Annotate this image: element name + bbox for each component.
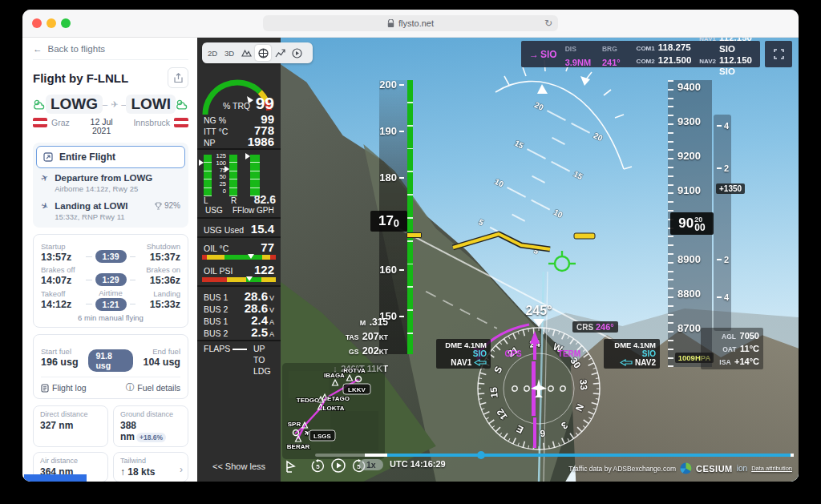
- minimize-window-button[interactable]: [47, 18, 56, 28]
- vsi-readout: +1350: [716, 183, 745, 194]
- entire-flight-label: Entire Flight: [59, 151, 115, 163]
- oil-temp-bar: [202, 255, 276, 260]
- maximize-window-button[interactable]: [61, 18, 71, 28]
- reload-icon[interactable]: ↻: [544, 18, 552, 29]
- svg-text:20: 20: [592, 131, 605, 143]
- svg-text:15: 15: [572, 169, 584, 181]
- instrument-gauge-icon: [258, 48, 269, 58]
- rewind-5-button[interactable]: 5: [311, 459, 325, 476]
- time-value: 13:57z: [41, 252, 83, 263]
- view-2d-button[interactable]: 2D: [204, 45, 220, 61]
- flight-log-icon: [41, 384, 49, 393]
- map-3d-view[interactable]: 2020 1515 1010 55 N36E12: [281, 38, 799, 482]
- view-3d-button[interactable]: 3D: [221, 45, 237, 61]
- entire-flight-selector[interactable]: Entire Flight: [36, 146, 185, 168]
- map-attribution: Traffic data by ADSBexchange.com CESIUM …: [568, 462, 792, 474]
- fuel-used-pill: 91.8 usg: [88, 349, 132, 372]
- timeline-track[interactable]: [315, 454, 794, 457]
- fuel-details-link[interactable]: ⓘ Fuel details: [126, 382, 180, 393]
- fuel-qty-right-pointer: [224, 166, 229, 172]
- show-less-button[interactable]: << Show less: [197, 462, 281, 471]
- entire-flight-icon: [43, 152, 53, 162]
- takeoff-icon: ✈: [39, 172, 51, 185]
- view-toolbar: 2D 3D: [202, 42, 313, 63]
- time-label: Shutdown: [139, 242, 180, 251]
- stat-value: 388 nm: [120, 420, 136, 442]
- url-text: flysto.net: [398, 18, 434, 28]
- fullscreen-button[interactable]: [765, 41, 792, 67]
- stat-label: Ground distance: [120, 410, 181, 418]
- crs-readout: CRS 246°: [572, 321, 618, 333]
- play-button[interactable]: [331, 458, 346, 476]
- roll-pointer: [537, 84, 548, 94]
- replay-view-button[interactable]: [289, 45, 305, 61]
- svg-text:20: 20: [533, 100, 545, 112]
- back-to-flights-link[interactable]: ← Back to flights: [33, 44, 188, 60]
- waypoint-label: IBAGA: [324, 372, 345, 379]
- cut-chart-bar: [24, 474, 87, 482]
- time-row-airtime: Takeoff14:12z Airtime1:21 Landing15:33z: [41, 288, 180, 311]
- heading-pointer: [533, 319, 544, 327]
- dis-value: 3.9NM: [565, 58, 591, 67]
- cesium-wordmark[interactable]: CESIUM: [696, 464, 733, 474]
- austria-flag-arrival: [174, 118, 188, 127]
- route-inset-map[interactable]: ROTVA IBAGA LKKV TEDGO ETAGO LOKTA SPR ✈…: [282, 363, 385, 459]
- oil-temp-value: 77: [261, 240, 274, 254]
- playback-speed-button[interactable]: 1x: [359, 459, 383, 470]
- date-line2: 2021: [91, 127, 113, 135]
- stat-direct-distance: Direct distance 327 nm: [33, 405, 108, 447]
- flight-log-link[interactable]: Flight log: [41, 382, 87, 393]
- instrument-view-button[interactable]: [255, 45, 271, 61]
- back-label: Back to flights: [48, 44, 106, 54]
- info-icon: ⓘ: [126, 382, 135, 393]
- bus-unit: A: [269, 330, 274, 338]
- dme2-box: DME 4.1NM SIO NAV2: [604, 339, 660, 369]
- close-window-button[interactable]: [32, 18, 42, 28]
- oil-psi-pointer: [246, 276, 253, 281]
- segment-departure[interactable]: ✈ Departure from LOWG Airborne 14:12z, R…: [36, 168, 185, 196]
- waypoint-label: ROTVA: [343, 367, 366, 374]
- np-label: NP: [204, 138, 216, 147]
- duration-pill: 1:39: [95, 250, 127, 263]
- traffic-data-credit: Traffic data by ADSBexchange.com: [568, 465, 676, 473]
- segment-subtitle: 15:33z, RNP Rwy 11: [55, 212, 127, 221]
- charts-view-button[interactable]: [272, 45, 288, 61]
- waypoint-label: SPR: [288, 421, 301, 428]
- airspeed-readout: 17 0: [370, 211, 407, 232]
- time-value: 15:33z: [139, 299, 180, 310]
- svg-text:10: 10: [552, 208, 564, 220]
- arrival-airport[interactable]: LOWI: [126, 95, 176, 114]
- departure-airport[interactable]: LOWG: [46, 95, 103, 114]
- svg-text:5: 5: [477, 217, 485, 228]
- stat-value: ↑ 18 kts: [120, 466, 181, 478]
- segment-landing[interactable]: ✈ Landing at LOWI 15:33z, RNP Rwy 11 92%: [36, 196, 185, 224]
- cesium-logo-icon[interactable]: [680, 462, 692, 474]
- url-bar[interactable]: flysto.net ↻: [263, 15, 558, 31]
- data-attribution-link[interactable]: Data attribution: [751, 465, 792, 472]
- utc-clock: UTC 14:16:29: [390, 459, 446, 469]
- trophy-icon: [155, 202, 162, 210]
- fuel-value: 104 usg: [140, 357, 180, 368]
- terrain-flag-button[interactable]: [285, 460, 297, 473]
- svg-text:33: 33: [577, 379, 589, 391]
- time-row-startup: Startup13:57z 1:39 Shutdown15:37z: [41, 242, 180, 263]
- air-data-block: AGL 7050 OAT 11°C ISA +14°C: [701, 328, 763, 369]
- fuel-right-label: R: [231, 196, 237, 205]
- mountain-icon: [241, 49, 252, 57]
- terrain-view-button[interactable]: [238, 45, 254, 61]
- stat-tailwind[interactable]: Tailwind ↑ 18 kts ›: [113, 452, 188, 482]
- cesium-ion-wordmark[interactable]: ion: [737, 464, 747, 473]
- weather-icon-arrival: [176, 99, 188, 110]
- time-label: Takeoff: [41, 289, 83, 298]
- timeline-handle[interactable]: [477, 451, 485, 459]
- departure-city: Graz: [51, 118, 70, 127]
- airtime-label: Airtime: [99, 288, 123, 297]
- weather-icon-departure: [33, 99, 46, 110]
- share-button[interactable]: [168, 67, 188, 88]
- airport-label: LSGS: [313, 433, 331, 440]
- time-label: Startup: [41, 242, 83, 251]
- flight-date: 12 Jul 2021: [91, 118, 113, 135]
- svg-text:15: 15: [513, 139, 525, 151]
- timeline-end-segment: [791, 454, 794, 457]
- trend-chart-icon: [275, 49, 285, 58]
